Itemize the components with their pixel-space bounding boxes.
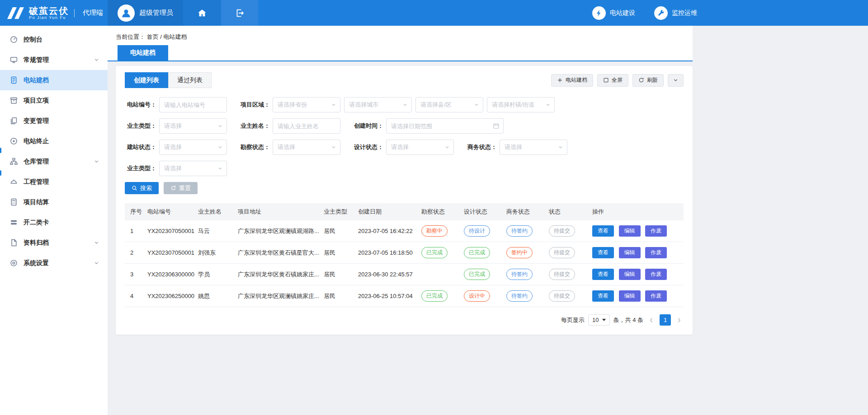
- collapse-button[interactable]: [668, 74, 684, 87]
- build-status-select[interactable]: 请选择: [159, 140, 227, 155]
- view-button[interactable]: 查看: [592, 225, 614, 237]
- cell-created: 2023-07-05 16:18:50: [354, 242, 418, 264]
- col-code: 电站编号: [144, 203, 194, 220]
- breadcrumb-home-link[interactable]: 首页: [147, 33, 159, 40]
- city-placeholder: 请选择城市: [349, 101, 378, 109]
- business-status-badge: 待签约: [506, 269, 533, 280]
- edit-button[interactable]: 编辑: [619, 247, 641, 258]
- nav-station-construction[interactable]: 电站建设: [592, 6, 635, 20]
- next-page-button[interactable]: [675, 317, 684, 323]
- design-status-badge: 待设计: [464, 225, 490, 237]
- owner-type-label: 业主类型：: [125, 122, 156, 130]
- city-select[interactable]: 请选择城市: [344, 97, 412, 112]
- void-button[interactable]: 作废: [645, 269, 667, 280]
- create-time-label: 创建时间：: [352, 122, 383, 130]
- town-placeholder: 请选择村镇/街道: [492, 101, 535, 109]
- document-icon: [10, 76, 18, 84]
- sidebar-item-station-filing[interactable]: 电站建档: [0, 70, 108, 90]
- logout-button[interactable]: [221, 0, 258, 26]
- sidebar-item-console[interactable]: 控制台: [0, 29, 108, 50]
- search-button[interactable]: 搜索: [125, 182, 159, 194]
- tab-create-list[interactable]: 创建列表: [125, 72, 168, 88]
- design-status-select[interactable]: 请选择: [386, 140, 454, 155]
- refresh-icon: [638, 77, 644, 83]
- sidebar-item-project-initiation[interactable]: 项目立项: [0, 90, 108, 111]
- cell-address: 广东深圳龙华区黄石镇姚家庄...: [234, 264, 320, 285]
- province-select[interactable]: 请选择省份: [273, 97, 340, 112]
- status-badge: 待提交: [549, 247, 575, 258]
- create-station-button[interactable]: 电站建档: [551, 74, 593, 87]
- owner-type2-select[interactable]: 请选择: [159, 161, 227, 176]
- business-status-badge: 待签约: [506, 225, 533, 237]
- cell-created: 2023-06-25 10:57:04: [354, 285, 418, 307]
- sitemap-icon: [10, 158, 18, 165]
- sidebar-item-engineering[interactable]: 工程管理: [0, 172, 108, 192]
- sidebar-item-settlement[interactable]: 项目结算: [0, 192, 108, 212]
- owner-name-input[interactable]: [273, 118, 340, 134]
- view-button[interactable]: 查看: [592, 247, 614, 258]
- survey-status-select[interactable]: 请选择: [273, 140, 340, 155]
- county-select[interactable]: 请选择县/区: [415, 97, 483, 112]
- sidebar: 控制台 常规管理 电站建档 项目立项 变更管理 电站终止 仓库管理: [0, 26, 108, 415]
- table-header-row: 序号 电站编号 业主姓名 项目地址 业主类型 创建日期 勘察状态 设计状态 商务…: [125, 203, 684, 220]
- view-button[interactable]: 查看: [592, 290, 614, 302]
- sidebar-scroll-indicator: [0, 170, 1, 176]
- create-time-input[interactable]: [386, 118, 504, 134]
- sidebar-item-label: 变更管理: [24, 117, 49, 125]
- edit-button[interactable]: 编辑: [619, 225, 641, 237]
- logo: 破茧云伏 Po Jian Yun Fu 代理端: [0, 0, 108, 26]
- home-button[interactable]: [183, 0, 221, 26]
- tab-passed-list[interactable]: 通过列表: [168, 72, 212, 88]
- sidebar-item-archive[interactable]: 资料归档: [0, 233, 108, 253]
- reset-button[interactable]: 重置: [164, 182, 198, 194]
- content-card: 创建列表 通过列表 电站建档 全屏 刷新: [116, 66, 693, 335]
- void-button[interactable]: 作废: [645, 290, 667, 302]
- card-toolbar: 电站建档 全屏 刷新: [551, 74, 684, 87]
- sidebar-item-label: 电站终止: [24, 137, 49, 145]
- owner-type-select[interactable]: 请选择: [159, 118, 227, 134]
- business-status-label: 商务状态：: [465, 143, 497, 151]
- col-owner: 业主姓名: [194, 203, 234, 220]
- status-badge: 待提交: [549, 269, 575, 280]
- sidebar-item-label: 项目结算: [24, 198, 49, 206]
- town-select[interactable]: 请选择村镇/街道: [487, 97, 555, 112]
- page-tab-station-filing[interactable]: 电站建档: [118, 45, 168, 61]
- sidebar-item-station-termination[interactable]: 电站终止: [0, 131, 108, 151]
- refresh-button[interactable]: 刷新: [632, 74, 664, 87]
- sidebar-item-settings[interactable]: 系统设置: [0, 253, 108, 273]
- chevron-down-icon: [217, 123, 223, 129]
- cell-created: 2023-06-30 22:45:57: [354, 264, 418, 285]
- sidebar-item-label: 仓库管理: [24, 158, 49, 166]
- void-button[interactable]: 作废: [645, 247, 667, 258]
- station-code-input[interactable]: [159, 97, 227, 112]
- business-status-select[interactable]: 请选择: [500, 140, 567, 155]
- user-menu[interactable]: 超级管理员: [108, 0, 183, 26]
- divider: [74, 9, 75, 17]
- chevron-down-icon: [558, 145, 563, 150]
- design-status-placeholder: 请选择: [391, 143, 409, 151]
- total-count-text: 条，共 4 条: [613, 316, 643, 324]
- nav-monitoring[interactable]: 监控运维: [654, 6, 697, 20]
- fullscreen-label: 全屏: [612, 76, 623, 84]
- void-button[interactable]: 作废: [645, 225, 667, 237]
- gear-icon: [10, 259, 18, 267]
- sidebar-item-change-management[interactable]: 变更管理: [0, 111, 108, 131]
- edit-button[interactable]: 编辑: [619, 269, 641, 280]
- sidebar-item-general[interactable]: 常规管理: [0, 50, 108, 70]
- county-placeholder: 请选择县/区: [420, 101, 452, 109]
- sidebar-item-warehouse[interactable]: 仓库管理: [0, 151, 108, 172]
- page-1-button[interactable]: 1: [660, 314, 671, 326]
- main-area: 当前位置： 首页 / 电站建档 电站建档 创建列表 通过列表 电站建档: [108, 26, 868, 415]
- per-page-select[interactable]: 10: [588, 314, 609, 326]
- view-button[interactable]: 查看: [592, 269, 614, 280]
- cell-type: 居民: [320, 242, 354, 264]
- edit-button[interactable]: 编辑: [619, 290, 641, 302]
- cell-address: 广东深圳龙华区观澜镇观湖路...: [234, 220, 320, 242]
- cell-owner: 马云: [194, 220, 234, 242]
- prev-page-button[interactable]: [647, 317, 656, 323]
- sidebar-scroll-indicator: [0, 148, 1, 153]
- col-type: 业主类型: [320, 203, 354, 220]
- build-status-placeholder: 请选择: [164, 143, 182, 151]
- fullscreen-button[interactable]: 全屏: [597, 74, 628, 87]
- sidebar-item-type2-card[interactable]: 开二类卡: [0, 212, 108, 233]
